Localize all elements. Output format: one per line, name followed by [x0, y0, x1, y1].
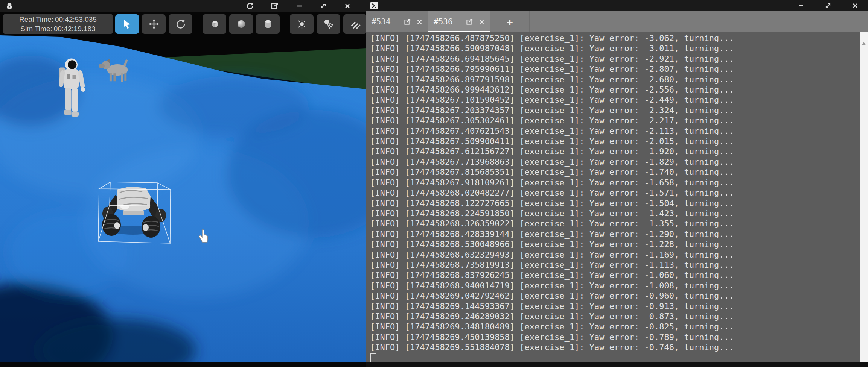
minimize-icon: [797, 2, 805, 9]
terrain: [0, 12, 366, 367]
terminal-window-controls: [797, 2, 859, 9]
point-light-tool-button[interactable]: [290, 14, 314, 34]
light-tool-group: [290, 14, 366, 34]
log-line: [INFO] [1747458268.632329493] [exercise_…: [370, 250, 860, 260]
open-in-new-icon[interactable]: [404, 18, 411, 26]
log-line: [INFO] [1747458268.940014719] [exercise_…: [370, 281, 860, 291]
terminal-tab[interactable]: #534: [366, 11, 428, 32]
terminal-tabbar: #534 #536 +: [366, 11, 868, 32]
terminal-minimize-button[interactable]: [797, 2, 805, 9]
terminal-cursor: [370, 353, 376, 362]
log-line: [INFO] [1747458267.815685351] [exercise_…: [370, 167, 860, 177]
log-line: [INFO] [1747458269.450139858] [exercise_…: [370, 332, 860, 342]
time-panel: Real Time:00:42:53.035 Sim Time:00:42:19…: [3, 14, 113, 34]
hand-cursor: [196, 229, 210, 244]
log-line: [INFO] [1747458267.713968863] [exercise_…: [370, 157, 860, 167]
maximize-button[interactable]: [320, 2, 327, 10]
terminal-maximize-button[interactable]: [824, 2, 832, 9]
terminal-tab[interactable]: #536: [428, 11, 490, 32]
log-line: [INFO] [1747458267.203374357] [exercise_…: [370, 105, 860, 115]
log-line: [INFO] [1747458269.551884078] [exercise_…: [370, 342, 860, 352]
log-line: [INFO] [1747458268.735819913] [exercise_…: [370, 260, 860, 270]
tab-icons: [466, 18, 485, 26]
tab-icons: [404, 18, 423, 26]
open-external-button[interactable]: [271, 2, 279, 10]
sim-toolbar: Real Time:00:42:53.035 Sim Time:00:42:19…: [3, 14, 366, 34]
box-tool-button[interactable]: [203, 14, 226, 34]
log-line: [INFO] [1747458268.020482277] [exercise_…: [370, 188, 860, 198]
terminal-scrollbar[interactable]: [860, 32, 868, 362]
real-time-value: 00:42:53.035: [55, 15, 97, 23]
terminal-titlebar: [366, 0, 868, 11]
log-line: [INFO] [1747458268.428339144] [exercise_…: [370, 229, 860, 239]
point-light-icon: [296, 18, 308, 30]
log-lines: [INFO] [1747458266.487875250] [exercise_…: [370, 33, 860, 353]
directional-light-tool-button[interactable]: [343, 14, 366, 34]
tab-label: #534: [372, 17, 404, 26]
log-line: [INFO] [1747458269.144593367] [exercise_…: [370, 301, 860, 311]
cursor-arrow-icon: [122, 18, 133, 30]
log-line: [INFO] [1747458266.795990611] [exercise_…: [370, 64, 860, 74]
log-line: [INFO] [1747458268.326359022] [exercise_…: [370, 218, 860, 229]
shape-tool-group: [203, 14, 280, 34]
log-line: [INFO] [1747458267.305302461] [exercise_…: [370, 115, 860, 126]
rotate-icon: [175, 18, 186, 30]
log-line: [INFO] [1747458267.509900411] [exercise_…: [370, 136, 860, 146]
app-icon: [5, 2, 14, 10]
minimize-button[interactable]: [295, 2, 303, 10]
open-external-icon: [271, 2, 279, 10]
log-line: [INFO] [1747458267.101590452] [exercise_…: [370, 95, 860, 105]
terminal-output[interactable]: [INFO] [1747458266.487875250] [exercise_…: [366, 32, 860, 362]
tabs-container: #534 #536: [366, 11, 490, 32]
simulator-window: Real Time:00:42:53.035 Sim Time:00:42:19…: [0, 0, 366, 367]
log-line: [INFO] [1747458268.224591850] [exercise_…: [370, 208, 860, 218]
sphere-icon: [236, 18, 247, 30]
log-line: [INFO] [1747458268.122727665] [exercise_…: [370, 198, 860, 208]
log-line: [INFO] [1747458268.530048966] [exercise_…: [370, 239, 860, 249]
log-line: [INFO] [1747458267.918109261] [exercise_…: [370, 177, 860, 188]
open-in-new-icon[interactable]: [466, 18, 473, 26]
tab-close-icon[interactable]: [478, 19, 485, 25]
refresh-icon: [246, 2, 254, 10]
maximize-icon: [320, 2, 327, 10]
sim-time-row: Sim Time:00:42:19.183: [3, 24, 113, 33]
spot-light-icon: [323, 18, 334, 30]
log-line: [INFO] [1747458266.897791598] [exercise_…: [370, 74, 860, 85]
rover-model-selected[interactable]: [93, 177, 172, 245]
simulator-titlebar: [0, 0, 366, 12]
close-button[interactable]: [344, 2, 351, 10]
scroll-up-arrow[interactable]: [862, 42, 866, 45]
sim-time-label: Sim Time:: [20, 25, 52, 33]
minimize-icon: [295, 2, 303, 10]
refresh-button[interactable]: [246, 2, 254, 10]
log-line: [INFO] [1747458266.487875250] [exercise_…: [370, 33, 860, 43]
log-line: [INFO] [1747458266.999443612] [exercise_…: [370, 85, 860, 95]
tab-close-icon[interactable]: [416, 19, 423, 25]
terminal-close-button[interactable]: [851, 2, 859, 9]
translate-tool-button[interactable]: [142, 14, 166, 34]
cylinder-icon: [262, 18, 274, 30]
sphere-tool-button[interactable]: [229, 14, 253, 34]
move-icon: [148, 18, 160, 30]
sim-time-value: 00:42:19.183: [54, 25, 96, 33]
transform-tool-group: [115, 14, 192, 34]
cube-icon: [209, 18, 220, 30]
terminal-window: #534 #536 + [INFO] [17474: [366, 0, 868, 367]
real-time-label: Real Time:: [19, 15, 53, 23]
maximize-icon: [824, 2, 832, 9]
new-tab-button[interactable]: +: [490, 11, 530, 32]
tab-label: #536: [434, 17, 466, 26]
dog-model[interactable]: [99, 56, 133, 85]
log-line: [INFO] [1747458267.612156727] [exercise_…: [370, 146, 860, 156]
cylinder-tool-button[interactable]: [256, 14, 280, 34]
spot-light-tool-button[interactable]: [317, 14, 340, 34]
terminal-app-icon: [370, 2, 378, 10]
log-line: [INFO] [1747458266.694185645] [exercise_…: [370, 54, 860, 64]
rotate-tool-button[interactable]: [169, 14, 192, 34]
astronaut-model[interactable]: [56, 58, 90, 120]
close-icon: [851, 2, 859, 9]
tabbar-empty-space: [530, 11, 868, 32]
select-tool-button[interactable]: [115, 14, 139, 34]
close-icon: [344, 2, 351, 10]
simulation-viewport[interactable]: Real Time:00:42:53.035 Sim Time:00:42:19…: [0, 12, 366, 367]
